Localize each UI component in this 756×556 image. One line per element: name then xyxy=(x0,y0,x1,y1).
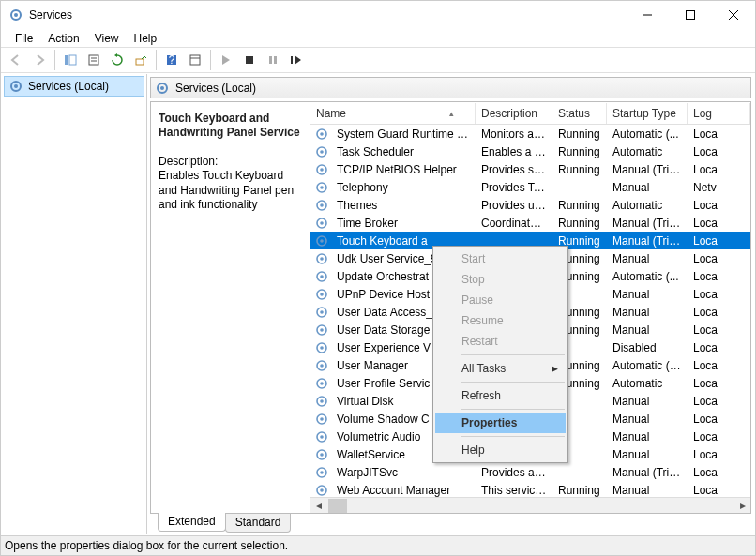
col-header-startup[interactable]: Startup Type xyxy=(607,103,688,124)
service-icon xyxy=(314,429,329,444)
col-header-description[interactable]: Description xyxy=(476,103,552,124)
ctx-restart[interactable]: Restart xyxy=(435,331,566,352)
table-row[interactable]: TelephonyProvides Tel...ManualNetv xyxy=(310,178,750,196)
service-icon xyxy=(314,162,329,177)
tree-pane: Services (Local) xyxy=(2,74,147,534)
cell-status: Running xyxy=(552,216,607,231)
cell-startup: Manual xyxy=(607,323,688,338)
cell-name: Telephony xyxy=(331,180,476,195)
menu-action[interactable]: Action xyxy=(41,31,85,46)
table-row[interactable]: Web Account ManagerThis service ...Runni… xyxy=(310,481,750,497)
properties-button[interactable] xyxy=(83,49,105,71)
back-button[interactable] xyxy=(5,49,27,71)
col-header-name[interactable]: Name▴ xyxy=(310,103,476,124)
cell-status xyxy=(552,472,607,473)
cell-logon: Loca xyxy=(688,376,750,391)
cell-startup: Manual xyxy=(607,394,688,409)
tab-extended[interactable]: Extended xyxy=(158,513,226,532)
ctx-stop[interactable]: Stop xyxy=(435,269,566,290)
cell-startup: Manual xyxy=(607,251,688,266)
cell-startup: Manual xyxy=(607,287,688,302)
cell-logon: Loca xyxy=(688,233,750,248)
svg-point-1 xyxy=(14,13,18,17)
cell-name: Task Scheduler xyxy=(331,144,476,159)
table-row[interactable]: TCP/IP NetBIOS HelperProvides su...Runni… xyxy=(310,160,750,178)
cell-startup: Automatic (T... xyxy=(607,358,688,373)
stop-service-button[interactable] xyxy=(238,49,261,71)
table-row[interactable]: Time BrokerCoordinates...RunningManual (… xyxy=(310,214,750,232)
scroll-left-icon[interactable]: ◂ xyxy=(310,498,326,514)
service-icon xyxy=(314,287,329,302)
ctx-pause[interactable]: Pause xyxy=(435,290,566,310)
minimize-button[interactable] xyxy=(626,1,669,29)
forward-button[interactable] xyxy=(28,49,51,71)
ctx-start[interactable]: Start xyxy=(435,248,566,269)
pause-service-button[interactable] xyxy=(262,49,284,71)
service-icon xyxy=(314,144,329,159)
maximize-button[interactable] xyxy=(669,1,712,29)
cell-name: WarpJITSvc xyxy=(331,465,476,480)
scrollbar-thumb[interactable] xyxy=(328,499,347,513)
ctx-refresh[interactable]: Refresh xyxy=(435,385,566,406)
cell-logon: Loca xyxy=(688,287,750,302)
help-button[interactable]: ? xyxy=(160,49,183,71)
detail-panel: Touch Keyboard and Handwriting Panel Ser… xyxy=(151,102,310,513)
ctx-properties[interactable]: Properties xyxy=(435,413,566,433)
svg-rect-17 xyxy=(269,56,272,64)
svg-rect-11 xyxy=(136,59,144,65)
cell-description xyxy=(476,240,552,242)
ctx-resume[interactable]: Resume xyxy=(435,310,566,331)
svg-point-39 xyxy=(320,257,324,261)
tree-label: Services (Local) xyxy=(28,80,109,93)
col-header-status[interactable]: Status xyxy=(552,103,607,124)
tab-standard[interactable]: Standard xyxy=(225,514,292,533)
scroll-right-icon[interactable]: ▸ xyxy=(734,498,750,514)
table-row[interactable]: System Guard Runtime Mo...Monitors an...… xyxy=(310,125,750,143)
menu-view[interactable]: View xyxy=(88,31,126,46)
horizontal-scrollbar[interactable]: ◂ ▸ xyxy=(310,497,750,513)
cell-startup: Automatic xyxy=(607,198,688,213)
status-text: Opens the properties dialog box for the … xyxy=(5,539,288,552)
service-properties-button[interactable] xyxy=(184,49,206,71)
service-icon xyxy=(314,447,329,462)
pane-title-bar: Services (Local) xyxy=(150,77,751,98)
svg-point-47 xyxy=(320,328,324,332)
col-header-logon[interactable]: Log xyxy=(688,103,750,124)
svg-point-65 xyxy=(320,488,324,492)
service-icon xyxy=(314,465,329,480)
cell-description: Enables a us... xyxy=(476,144,552,159)
ctx-help[interactable]: Help xyxy=(435,440,566,460)
description-label: Description: xyxy=(159,155,302,168)
ctx-all-tasks[interactable]: All Tasks▶ xyxy=(435,358,566,379)
tree-services-local[interactable]: Services (Local) xyxy=(4,76,144,97)
svg-point-57 xyxy=(320,417,324,421)
cell-startup: Manual xyxy=(607,180,688,195)
table-row[interactable]: ThemesProvides us...RunningAutomaticLoca xyxy=(310,196,750,214)
table-row[interactable]: Task SchedulerEnables a us...RunningAuto… xyxy=(310,143,750,160)
svg-rect-14 xyxy=(190,55,200,65)
menu-file[interactable]: File xyxy=(8,31,39,46)
table-row[interactable]: WarpJITSvcProvides a JI...Manual (Trig..… xyxy=(310,463,750,481)
description-text: Enables Touch Keyboard and Handwriting P… xyxy=(159,169,302,213)
svg-rect-6 xyxy=(65,55,68,65)
service-icon xyxy=(314,198,329,213)
close-button[interactable] xyxy=(712,1,755,29)
start-service-button[interactable] xyxy=(215,49,237,71)
menu-help[interactable]: Help xyxy=(128,31,164,46)
restart-service-button[interactable] xyxy=(285,49,308,71)
service-icon xyxy=(314,412,329,427)
export-button[interactable] xyxy=(129,49,152,71)
service-icon xyxy=(314,251,329,266)
list-header: Name▴ Description Status Startup Type Lo… xyxy=(310,102,750,125)
svg-point-33 xyxy=(320,203,324,207)
cell-logon: Loca xyxy=(688,323,750,338)
selected-service-name: Touch Keyboard and Handwriting Panel Ser… xyxy=(159,112,302,140)
cell-logon: Loca xyxy=(688,358,750,373)
cell-status: Running xyxy=(552,144,607,159)
svg-rect-16 xyxy=(246,56,253,64)
show-hide-tree-button[interactable] xyxy=(59,49,82,71)
menu-bar: File Action View Help xyxy=(1,29,755,47)
cell-logon: Loca xyxy=(688,483,750,498)
refresh-button[interactable] xyxy=(106,49,129,71)
service-icon xyxy=(314,394,329,409)
